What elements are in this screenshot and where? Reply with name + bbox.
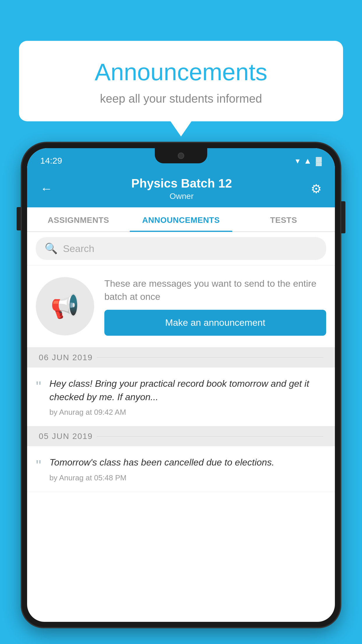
app-header: ← Physics Batch 12 Owner ⚙: [27, 169, 335, 207]
tab-assignments[interactable]: ASSIGNMENTS: [27, 207, 130, 231]
tab-announcements[interactable]: ANNOUNCEMENTS: [130, 207, 232, 231]
date-separator-1: 06 JUN 2019: [27, 348, 335, 368]
date-label-1: 06 JUN 2019: [39, 353, 93, 362]
signal-icon: ▲: [304, 156, 312, 166]
announcement-icon-circle: 📢: [36, 277, 94, 335]
phone-device: 14:29 ▾ ▲ ▓ ← Physics Batch 12 Owner ⚙: [22, 143, 340, 644]
date-label-2: 05 JUN 2019: [39, 432, 93, 441]
status-time: 14:29: [40, 156, 62, 166]
announcement-content-1: Hey class! Bring your practical record b…: [49, 377, 326, 417]
speech-bubble: Announcements keep all your students inf…: [19, 41, 343, 121]
announcement-content-2: Tomorrow's class has been cancelled due …: [49, 456, 326, 482]
search-magnifier-icon: 🔍: [45, 242, 58, 255]
status-icons: ▾ ▲ ▓: [296, 156, 322, 166]
phone-frame: 14:29 ▾ ▲ ▓ ← Physics Batch 12 Owner ⚙: [22, 143, 340, 627]
speech-bubble-title: Announcements: [42, 58, 320, 86]
quote-icon-2: ": [36, 458, 41, 473]
announcement-meta-1: by Anurag at 09:42 AM: [49, 408, 326, 417]
make-announcement-button[interactable]: Make an announcement: [104, 310, 326, 336]
batch-title: Physics Batch 12: [52, 176, 311, 190]
announcement-text-1: Hey class! Bring your practical record b…: [49, 377, 326, 404]
battery-icon: ▓: [316, 156, 322, 166]
phone-notch: [155, 148, 207, 163]
announcement-prompt: 📢 These are messages you want to send to…: [27, 265, 335, 348]
date-line-2: [97, 436, 323, 437]
back-button[interactable]: ←: [40, 182, 52, 196]
wifi-icon: ▾: [296, 156, 300, 166]
announcement-text-2: Tomorrow's class has been cancelled due …: [49, 456, 326, 469]
megaphone-icon: 📢: [50, 293, 80, 320]
camera-cutout: [178, 153, 184, 159]
content-area: 🔍 Search 📢 These are messages you want t…: [27, 232, 335, 492]
search-container: 🔍 Search: [27, 232, 335, 265]
quote-icon-1: ": [36, 379, 41, 394]
announcement-meta-2: by Anurag at 05:48 PM: [49, 473, 326, 482]
tabs-bar: ASSIGNMENTS ANNOUNCEMENTS TESTS: [27, 207, 335, 232]
search-placeholder: Search: [63, 243, 94, 254]
settings-icon[interactable]: ⚙: [311, 182, 322, 196]
speech-bubble-subtitle: keep all your students informed: [42, 92, 320, 105]
announcement-right: These are messages you want to send to t…: [104, 277, 326, 336]
batch-subtitle: Owner: [52, 192, 311, 201]
phone-inner: 14:29 ▾ ▲ ▓ ← Physics Batch 12 Owner ⚙: [27, 148, 335, 622]
speech-bubble-container: Announcements keep all your students inf…: [19, 41, 343, 121]
announcement-item-2: " Tomorrow's class has been cancelled du…: [27, 446, 335, 492]
search-input-wrapper[interactable]: 🔍 Search: [36, 237, 326, 260]
announcement-description: These are messages you want to send to t…: [104, 277, 326, 303]
date-line-1: [97, 357, 323, 358]
date-separator-2: 05 JUN 2019: [27, 426, 335, 446]
tab-tests[interactable]: TESTS: [232, 207, 335, 231]
announcement-item-1: " Hey class! Bring your practical record…: [27, 368, 335, 427]
header-title-block: Physics Batch 12 Owner: [52, 176, 311, 201]
